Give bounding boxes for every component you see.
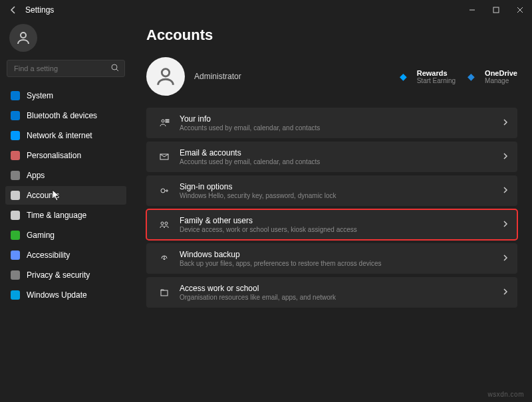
card-your-info[interactable]: Your infoAccounts used by email, calenda… — [146, 108, 517, 138]
search-box[interactable] — [7, 60, 125, 77]
card-family-other-users[interactable]: Family & other usersDevice access, work … — [146, 209, 517, 240]
minimize-icon — [469, 7, 475, 13]
card-sub: Device access, work or school users, kio… — [180, 226, 357, 233]
sidebar-item-accessibility[interactable]: Accessibility — [5, 246, 126, 264]
nav-icon — [11, 111, 20, 120]
card-icon — [156, 253, 173, 264]
card-windows-backup[interactable]: Windows backupBack up your files, apps, … — [146, 243, 517, 274]
card-icon — [156, 287, 173, 298]
search-icon — [111, 64, 119, 74]
svg-point-5 — [112, 64, 117, 70]
sidebar-item-label: Bluetooth & devices — [27, 111, 97, 120]
promo-title: OneDrive — [485, 69, 517, 77]
chevron-right-icon — [503, 186, 508, 195]
person-icon — [15, 30, 31, 46]
card-title: Your info — [180, 114, 320, 124]
promo-title: Rewards — [417, 69, 456, 77]
card-title: Sign-in options — [180, 182, 336, 191]
sidebar-item-label: Network & internet — [27, 131, 92, 140]
card-sub: Accounts used by email, calendar, and co… — [180, 158, 320, 165]
sidebar-item-privacy-security[interactable]: Privacy & security — [5, 266, 126, 284]
sidebar-item-label: Accessibility — [27, 251, 70, 260]
maximize-button[interactable] — [484, 0, 508, 20]
search-input[interactable] — [13, 64, 111, 73]
card-icon — [156, 151, 173, 162]
person-icon — [154, 65, 177, 88]
back-button[interactable] — [7, 6, 20, 14]
svg-rect-9 — [166, 120, 169, 120]
profile-row: Administrator ◆RewardsStart Earning◆OneD… — [146, 57, 517, 96]
card-email-accounts[interactable]: Email & accountsAccounts used by email, … — [146, 142, 517, 172]
sidebar-item-apps[interactable]: Apps — [5, 166, 126, 185]
sidebar-item-label: Gaming — [27, 231, 55, 240]
card-icon — [156, 118, 173, 128]
card-title: Access work or school — [180, 284, 336, 293]
sidebar-item-system[interactable]: System — [5, 86, 126, 105]
sidebar-item-accounts[interactable]: Accounts — [5, 186, 126, 205]
sidebar-item-network-internet[interactable]: Network & internet — [5, 126, 126, 145]
sidebar-item-personalisation[interactable]: Personalisation — [5, 146, 126, 165]
nav-icon — [11, 290, 20, 300]
promo-sub: Manage — [485, 77, 517, 84]
minimize-button[interactable] — [460, 0, 484, 20]
sidebar-item-bluetooth-devices[interactable]: Bluetooth & devices — [5, 106, 126, 125]
svg-point-14 — [165, 222, 168, 225]
svg-point-7 — [162, 69, 169, 76]
card-sub: Accounts used by email, calendar, and co… — [180, 124, 320, 132]
watermark: wsxdn.com — [487, 391, 524, 398]
chevron-right-icon — [503, 288, 508, 297]
chevron-right-icon — [503, 152, 508, 161]
page-heading: Accounts — [146, 27, 517, 44]
card-icon — [156, 219, 173, 230]
profile-avatar[interactable] — [146, 57, 185, 96]
promo-rewards[interactable]: ◆RewardsStart Earning — [400, 69, 456, 84]
chevron-right-icon — [503, 118, 508, 128]
sidebar-item-gaming[interactable]: Gaming — [5, 226, 126, 245]
nav-icon — [11, 171, 20, 180]
sidebar-item-label: System — [27, 91, 53, 100]
card-sub: Windows Hello, security key, password, d… — [180, 192, 336, 199]
svg-rect-1 — [493, 7, 499, 13]
card-title: Email & accounts — [180, 148, 320, 157]
nav-list: SystemBluetooth & devicesNetwork & inter… — [5, 86, 126, 304]
nav-icon — [11, 91, 20, 100]
chevron-right-icon — [503, 220, 508, 229]
sidebar-item-label: Apps — [27, 171, 45, 180]
card-access-work-or-school[interactable]: Access work or schoolOrganisation resour… — [146, 277, 517, 308]
sidebar-item-label: Privacy & security — [27, 270, 90, 280]
promo-sub: Start Earning — [417, 77, 456, 84]
arrow-left-icon — [9, 6, 17, 14]
svg-point-8 — [162, 120, 164, 122]
card-sign-in-options[interactable]: Sign-in optionsWindows Hello, security k… — [146, 175, 517, 206]
promo-onedrive[interactable]: ◆OneDriveManage — [467, 69, 517, 84]
profile-name: Administrator — [194, 72, 241, 81]
cards-list: Your infoAccounts used by email, calenda… — [146, 108, 517, 308]
card-sub: Back up your files, apps, preferences to… — [180, 260, 381, 267]
titlebar: Settings — [0, 0, 532, 20]
sidebar-item-label: Time & language — [27, 211, 86, 220]
svg-rect-10 — [166, 122, 169, 122]
promo-icon: ◆ — [467, 71, 481, 82]
card-icon — [156, 185, 173, 196]
svg-point-12 — [161, 189, 165, 193]
nav-icon — [11, 151, 20, 160]
svg-point-13 — [161, 222, 164, 225]
nav-icon — [11, 270, 20, 280]
card-sub: Organisation resources like email, apps,… — [180, 294, 336, 301]
close-button[interactable] — [508, 0, 532, 20]
svg-point-4 — [21, 33, 26, 38]
user-avatar[interactable] — [9, 24, 37, 52]
window-title: Settings — [25, 5, 54, 15]
sidebar-item-time-language[interactable]: Time & language — [5, 206, 126, 225]
nav-icon — [11, 211, 20, 220]
close-icon — [517, 7, 523, 13]
svg-rect-15 — [161, 290, 168, 296]
maximize-icon — [493, 7, 499, 13]
nav-icon — [11, 191, 20, 200]
sidebar: SystemBluetooth & devicesNetwork & inter… — [0, 20, 132, 402]
sidebar-item-windows-update[interactable]: Windows Update — [5, 286, 126, 304]
nav-icon — [11, 231, 20, 240]
card-title: Windows backup — [180, 250, 381, 259]
card-title: Family & other users — [180, 216, 357, 225]
main-content: Accounts Administrator ◆RewardsStart Ear… — [132, 20, 532, 402]
